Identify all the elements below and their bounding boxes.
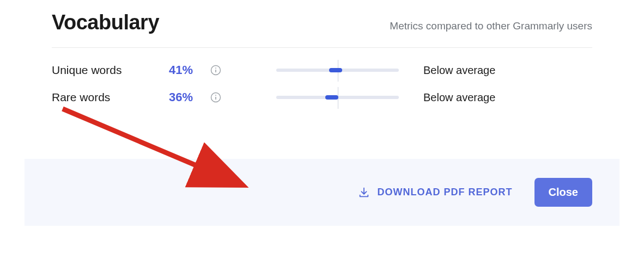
metric-assessment: Below average — [423, 91, 495, 104]
info-icon[interactable] — [210, 91, 222, 103]
svg-point-4 — [215, 95, 216, 96]
svg-point-1 — [215, 67, 216, 69]
comparison-bar — [276, 69, 399, 72]
download-pdf-label: DOWNLOAD PDF REPORT — [378, 187, 513, 198]
section-subtitle: Metrics compared to other Grammarly user… — [390, 20, 592, 32]
metric-row-unique-words: Unique words 41% Below average — [52, 63, 592, 77]
bar-marker — [325, 95, 338, 100]
metric-assessment: Below average — [423, 64, 495, 77]
section-header: Vocabulary Metrics compared to other Gra… — [52, 11, 592, 48]
comparison-bar — [276, 96, 399, 99]
download-pdf-link[interactable]: DOWNLOAD PDF REPORT — [358, 187, 513, 199]
section-title: Vocabulary — [52, 11, 159, 34]
bar-track — [276, 69, 399, 72]
footer-bar: DOWNLOAD PDF REPORT Close — [25, 159, 619, 226]
bar-track — [276, 96, 399, 99]
bar-marker — [329, 68, 342, 72]
metric-label: Unique words — [52, 64, 169, 77]
metrics-list: Unique words 41% Below average Rare word… — [52, 48, 592, 104]
metric-label: Rare words — [52, 91, 169, 104]
metric-value: 36% — [169, 90, 210, 104]
close-button[interactable]: Close — [534, 178, 592, 207]
download-icon — [358, 187, 370, 199]
metric-value: 41% — [169, 63, 210, 77]
metric-row-rare-words: Rare words 36% Below average — [52, 90, 592, 104]
info-icon[interactable] — [210, 64, 222, 76]
